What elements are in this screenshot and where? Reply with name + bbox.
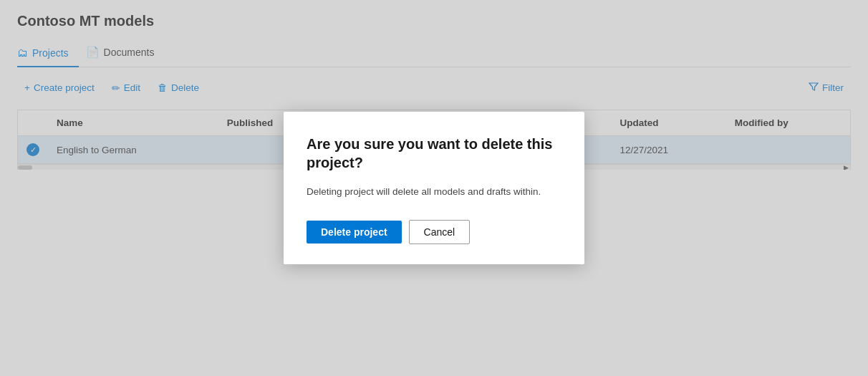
modal-body: Deleting project will delete all models …: [307, 185, 561, 199]
delete-confirm-modal: Are you sure you want to delete this pro…: [284, 112, 584, 264]
cancel-button[interactable]: Cancel: [409, 220, 471, 244]
confirm-delete-button[interactable]: Delete project: [307, 221, 402, 244]
modal-actions: Delete project Cancel: [307, 220, 561, 244]
modal-title: Are you sure you want to delete this pro…: [307, 135, 561, 172]
modal-backdrop: Are you sure you want to delete this pro…: [0, 0, 868, 376]
